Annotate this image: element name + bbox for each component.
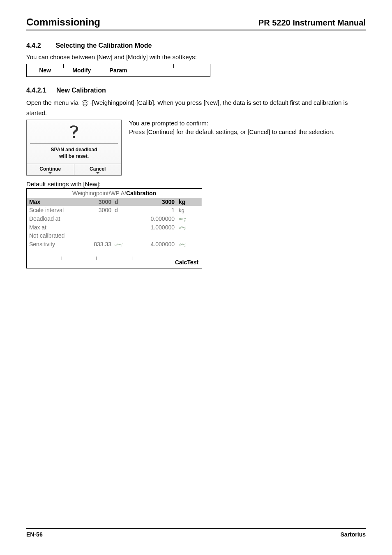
cal-max-label: Max	[29, 199, 83, 205]
cal-table-title: Weighingpoint/WP A/Calibration	[27, 189, 202, 198]
uv-d-icon: µVd	[176, 240, 193, 247]
softkey-modify[interactable]: Modify	[63, 64, 100, 76]
footer-page: EN-56	[26, 531, 43, 538]
svg-text:d: d	[121, 245, 122, 247]
cal-row-max: Max 3000 d 3000 kg	[27, 198, 202, 206]
softkey-empty-5	[173, 64, 210, 76]
setup-icon: Setup	[81, 100, 89, 109]
svg-text:Setup: Setup	[83, 104, 88, 106]
cal-softkey-bar: CalcTest	[27, 257, 202, 268]
subsection-intro: Open the menu via Setup -[Weighingpoint]…	[26, 98, 366, 117]
dialog-message: SPAN and deadload will be reset.	[27, 144, 121, 164]
page-footer: EN-56 Sartorius	[26, 528, 366, 538]
intro-text: You can choose between [New] and [Modify…	[26, 53, 366, 61]
confirm-dialog: SPAN and deadload will be reset. Continu…	[26, 120, 122, 176]
svg-text:V: V	[184, 219, 186, 222]
question-icon	[30, 120, 118, 144]
cnt-d-icon: cntd	[113, 240, 128, 247]
subsection-number: 4.4.2.1	[26, 87, 46, 94]
mv-v-icon: mVV	[176, 224, 193, 231]
svg-text:V: V	[184, 228, 186, 231]
cancel-button[interactable]: Cancel	[74, 164, 122, 175]
cal-row-deadload: Deadload at 0.000000 mVV	[27, 214, 202, 223]
header-right: PR 5220 Instrument Manual	[258, 18, 366, 28]
softkey-param[interactable]: Param	[100, 64, 136, 76]
dialog-description: You are prompted to confirm: Press [Cont…	[129, 120, 366, 137]
subsection-heading: 4.4.2.1 New Calibration	[26, 87, 366, 94]
cal-row-sensitivity: Sensitivity 833.33 cntd 4.000000 µVd	[27, 240, 202, 248]
softkey-empty-4	[137, 64, 173, 76]
mv-v-icon: mVV	[176, 215, 193, 222]
cal-row-maxat: Max at 1.000000 mVV	[27, 223, 202, 231]
subsection-title: New Calibration	[56, 87, 106, 94]
svg-text:d: d	[184, 245, 186, 247]
section-heading: 4.4.2 Selecting the Calibration Mode	[26, 42, 366, 49]
cal-row-interval: Scale interval 3000 d 1 kg	[27, 206, 202, 214]
continue-button[interactable]: Continue	[27, 164, 74, 175]
header-left: Commissioning	[26, 16, 100, 28]
softkey-bar: New Modify Param	[26, 64, 210, 77]
page-header: Commissioning PR 5220 Instrument Manual	[26, 16, 366, 30]
footer-brand: Sartorius	[341, 531, 366, 538]
section-title: Selecting the Calibration Mode	[56, 42, 152, 49]
svg-rect-2	[73, 136, 75, 138]
calibration-table: Weighingpoint/WP A/Calibration Max 3000 …	[26, 188, 202, 268]
defaults-label: Default settings with [New]:	[26, 180, 366, 187]
cal-row-notcalibrated: Not calibrated	[27, 231, 202, 240]
softkey-new[interactable]: New	[27, 64, 63, 76]
calctest-button[interactable]: CalcTest	[175, 259, 198, 266]
section-number: 4.4.2	[26, 42, 41, 49]
